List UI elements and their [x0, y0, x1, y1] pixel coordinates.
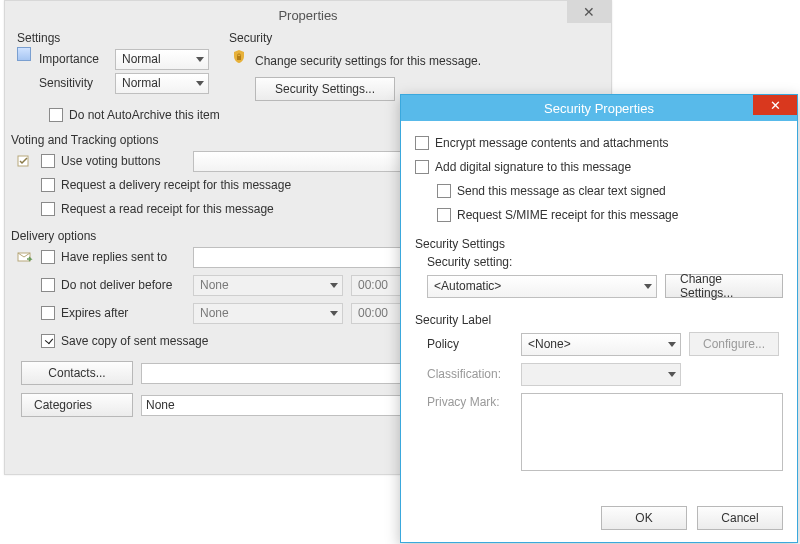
- categories-button-label: Categories: [34, 398, 92, 412]
- privacy-mark-textarea: [521, 393, 783, 471]
- read-receipt-label: Request a read receipt for this message: [61, 202, 274, 216]
- autoarchive-label: Do not AutoArchive this item: [69, 108, 220, 122]
- security-properties-body: Encrypt message contents and attachments…: [401, 121, 797, 483]
- security-properties-title: Security Properties: [544, 101, 654, 116]
- encrypt-label: Encrypt message contents and attachments: [435, 136, 668, 150]
- expires-checkbox[interactable]: [41, 306, 55, 320]
- classification-label: Classification:: [427, 367, 513, 381]
- delivery-icon: [17, 249, 33, 265]
- importance-label: Importance: [39, 52, 109, 66]
- properties-titlebar: Properties ✕: [5, 1, 611, 29]
- sensitivity-label: Sensitivity: [39, 76, 109, 90]
- classification-select: [521, 363, 681, 386]
- smime-label: Request S/MIME receipt for this message: [457, 208, 678, 222]
- properties-title: Properties: [278, 8, 337, 23]
- autoarchive-checkbox[interactable]: [49, 108, 63, 122]
- security-properties-window: Security Properties ✕ Encrypt message co…: [400, 94, 798, 543]
- chevron-down-icon: [330, 283, 338, 288]
- security-settings-group-head: Security Settings: [415, 237, 783, 251]
- security-properties-close-button[interactable]: ✕: [753, 95, 797, 115]
- no-deliver-checkbox[interactable]: [41, 278, 55, 292]
- shield-lock-icon: [231, 49, 247, 65]
- have-replies-label: Have replies sent to: [61, 250, 193, 264]
- read-receipt-checkbox[interactable]: [41, 202, 55, 216]
- contacts-button[interactable]: Contacts...: [21, 361, 133, 385]
- chevron-down-icon: [330, 311, 338, 316]
- expires-date-select[interactable]: None: [193, 303, 343, 324]
- security-label-group-head: Security Label: [415, 313, 783, 327]
- no-deliver-date-value: None: [200, 278, 229, 292]
- chevron-down-icon: [196, 81, 204, 86]
- privacy-label: Privacy Mark:: [427, 393, 513, 471]
- no-deliver-date-select[interactable]: None: [193, 275, 343, 296]
- security-setting-select[interactable]: <Automatic>: [427, 275, 657, 298]
- have-replies-checkbox[interactable]: [41, 250, 55, 264]
- settings-icon: [17, 47, 31, 61]
- sign-checkbox[interactable]: [415, 160, 429, 174]
- expires-date-value: None: [200, 306, 229, 320]
- voting-icon: [17, 153, 33, 169]
- close-icon: ✕: [583, 5, 595, 19]
- security-desc: Change security settings for this messag…: [255, 54, 481, 68]
- ok-button[interactable]: OK: [601, 506, 687, 530]
- security-settings-button[interactable]: Security Settings...: [255, 77, 395, 101]
- save-copy-label: Save copy of sent message: [61, 334, 208, 348]
- chevron-down-icon: [668, 372, 676, 377]
- voting-checkbox[interactable]: [41, 154, 55, 168]
- contacts-button-label: Contacts...: [48, 366, 105, 380]
- encrypt-checkbox[interactable]: [415, 136, 429, 150]
- security-properties-titlebar: Security Properties ✕: [401, 95, 797, 121]
- smime-checkbox[interactable]: [437, 208, 451, 222]
- sign-label: Add digital signature to this message: [435, 160, 631, 174]
- categories-value: None: [146, 398, 175, 412]
- expires-time-value: 00:00: [358, 306, 388, 320]
- cleartext-checkbox[interactable]: [437, 184, 451, 198]
- delivery-receipt-checkbox[interactable]: [41, 178, 55, 192]
- chevron-down-icon: [196, 57, 204, 62]
- save-copy-checkbox[interactable]: [41, 334, 55, 348]
- policy-label: Policy: [427, 337, 513, 351]
- security-setting-label: Security setting:: [427, 255, 783, 269]
- cleartext-label: Send this message as clear text signed: [457, 184, 666, 198]
- categories-button[interactable]: Categories: [21, 393, 133, 417]
- expires-label: Expires after: [61, 306, 193, 320]
- chevron-down-icon: [668, 342, 676, 347]
- configure-button[interactable]: Configure...: [689, 332, 779, 356]
- delivery-receipt-label: Request a delivery receipt for this mess…: [61, 178, 291, 192]
- importance-select[interactable]: Normal: [115, 49, 209, 70]
- settings-head: Settings: [11, 29, 221, 45]
- close-icon: ✕: [770, 99, 781, 112]
- voting-label: Use voting buttons: [61, 154, 193, 168]
- no-deliver-time-value: 00:00: [358, 278, 388, 292]
- chevron-down-icon: [644, 284, 652, 289]
- no-deliver-label: Do not deliver before: [61, 278, 193, 292]
- cancel-button[interactable]: Cancel: [697, 506, 783, 530]
- policy-value: <None>: [528, 337, 571, 351]
- importance-value: Normal: [122, 52, 161, 66]
- security-head: Security: [223, 29, 611, 45]
- security-setting-value: <Automatic>: [434, 279, 501, 293]
- policy-select[interactable]: <None>: [521, 333, 681, 356]
- properties-close-button[interactable]: ✕: [567, 1, 611, 23]
- sensitivity-value: Normal: [122, 76, 161, 90]
- sensitivity-select[interactable]: Normal: [115, 73, 209, 94]
- change-settings-button[interactable]: Change Settings...: [665, 274, 783, 298]
